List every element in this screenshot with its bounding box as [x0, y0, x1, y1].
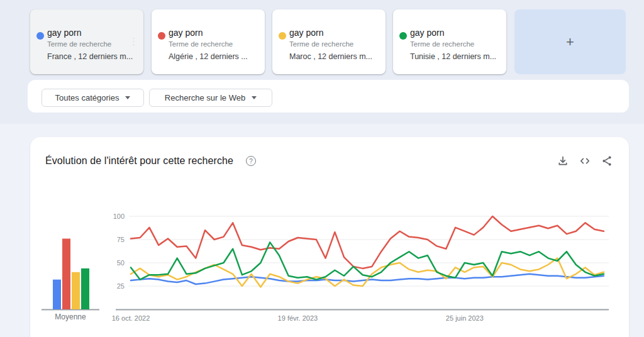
- series-color-dot-tunisie: [399, 32, 407, 40]
- search-type-filter-dropdown[interactable]: Recherche sur le Web: [149, 89, 272, 107]
- y-tick-label: 25: [117, 282, 125, 290]
- series-line-Maroc[interactable]: [131, 258, 604, 287]
- category-filter-label: Toutes catégories: [55, 93, 119, 102]
- card-term-label: gay porn: [47, 28, 81, 38]
- plus-icon: +: [566, 34, 574, 50]
- comparison-card-maroc[interactable]: gay porn Terme de recherche Maroc , 12 d…: [272, 9, 386, 74]
- average-bar-Maroc[interactable]: [72, 272, 80, 309]
- comparison-card-algerie[interactable]: gay porn Terme de recherche Algérie , 12…: [152, 9, 265, 74]
- more-vert-icon[interactable]: ⋮: [129, 37, 138, 46]
- google-trends-page: { "icons": { "more_vert": "⋮", "plus": "…: [0, 0, 644, 337]
- comparison-card-france[interactable]: gay porn Terme de recherche France , 12 …: [30, 9, 143, 74]
- average-bar-Algérie[interactable]: [62, 239, 70, 309]
- average-bar-Tunisie[interactable]: [81, 268, 89, 309]
- card-term-label: gay porn: [169, 28, 203, 38]
- explore-header-section: gay porn Terme de recherche France , 12 …: [0, 0, 644, 124]
- y-tick-label: 100: [113, 213, 125, 220]
- series-color-dot-maroc: [279, 32, 286, 40]
- chevron-down-icon: [125, 96, 130, 99]
- x-tick-label: 25 juin 2023: [446, 314, 484, 322]
- card-type-label: Terme de recherche: [47, 40, 111, 48]
- y-tick-label: 75: [117, 236, 125, 243]
- card-type-label: Terme de recherche: [289, 40, 353, 48]
- series-line-Algérie[interactable]: [131, 216, 604, 268]
- comparison-card-tunisie[interactable]: gay porn Terme de recherche Tunisie , 12…: [393, 9, 506, 74]
- search-type-filter-label: Recherche sur le Web: [165, 93, 245, 102]
- x-tick-label: 16 oct. 2022: [112, 314, 150, 322]
- interest-over-time-card: Évolution de l'intérêt pour cette recher…: [30, 137, 629, 337]
- card-type-label: Terme de recherche: [410, 40, 474, 48]
- card-scope-label: Algérie , 12 derniers ...: [169, 52, 248, 61]
- card-term-label: gay porn: [289, 28, 323, 38]
- x-tick-label: 19 févr. 2023: [278, 314, 318, 322]
- card-term-label: gay porn: [410, 28, 444, 38]
- trend-chart-svg[interactable]: 255075100Moyenne16 oct. 202219 févr. 202…: [30, 137, 629, 337]
- series-color-dot-algerie: [158, 32, 165, 40]
- card-type-label: Terme de recherche: [169, 40, 233, 48]
- average-label: Moyenne: [55, 312, 86, 321]
- card-scope-label: France , 12 derniers m...: [47, 52, 133, 61]
- card-scope-label: Maroc , 12 derniers m...: [289, 52, 372, 61]
- average-bar-France[interactable]: [53, 280, 61, 309]
- category-filter-dropdown[interactable]: Toutes catégories: [42, 89, 144, 107]
- y-tick-label: 50: [117, 259, 125, 267]
- filter-bar: Toutes catégories Recherche sur le Web: [28, 80, 629, 113]
- add-comparison-button[interactable]: +: [514, 9, 626, 74]
- card-scope-label: Tunisie , 12 derniers m...: [410, 52, 496, 61]
- series-color-dot-france: [36, 32, 44, 40]
- chevron-down-icon: [252, 96, 257, 99]
